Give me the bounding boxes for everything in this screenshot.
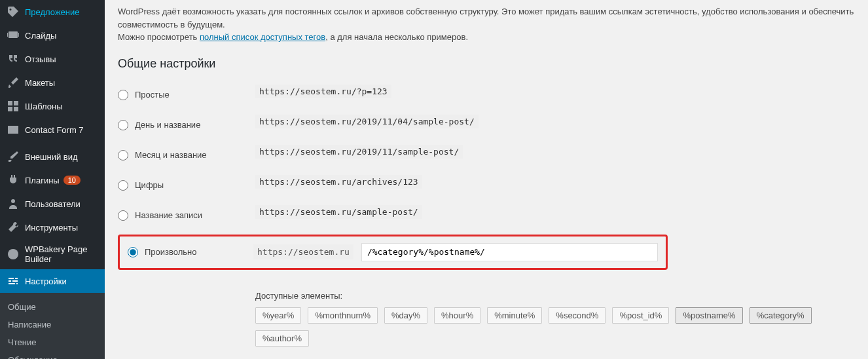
- available-tags-link[interactable]: полный список доступных тегов: [200, 32, 325, 42]
- submenu-reading[interactable]: Чтение: [0, 333, 105, 351]
- option-custom[interactable]: Произвольно: [128, 247, 245, 257]
- radio-dayname[interactable]: [118, 120, 128, 130]
- option-row-custom: Произвольно https://seostem.ru: [118, 231, 855, 279]
- svg-rect-3: [8, 101, 12, 105]
- option-custom-label: Произвольно: [145, 247, 197, 257]
- sidebar-item-label: Плагины: [25, 176, 60, 185]
- sidebar-item-contactform7[interactable]: Contact Form 7: [0, 118, 105, 142]
- tag-postname[interactable]: %postname%: [676, 307, 742, 324]
- tag-author[interactable]: %author%: [255, 330, 309, 347]
- svg-rect-5: [8, 107, 12, 111]
- available-label: Доступные элементы:: [255, 291, 848, 301]
- svg-rect-6: [14, 107, 18, 111]
- tag-postid[interactable]: %post_id%: [612, 307, 669, 324]
- sidebar-item-layouts[interactable]: Макеты: [0, 71, 105, 94]
- custom-row-highlight: Произвольно https://seostem.ru: [118, 235, 668, 270]
- svg-rect-1: [7, 33, 8, 37]
- available-tags-row: Доступные элементы: %year% %monthnum% %d…: [118, 279, 855, 353]
- settings-submenu: Общие Написание Чтение Обсуждение Медиаф…: [0, 293, 105, 359]
- intro-text: WordPress даёт возможность указать для п…: [118, 5, 855, 44]
- brush-icon: [7, 76, 20, 89]
- submenu-writing[interactable]: Написание: [0, 316, 105, 333]
- wpb-icon: [7, 248, 20, 261]
- example-simple: https://seostem.ru/?p=123: [255, 85, 391, 98]
- custom-structure-input[interactable]: [361, 243, 658, 261]
- intro-line2a: Можно просмотреть: [118, 32, 200, 42]
- sidebar-item-label: Отзывы: [25, 54, 56, 64]
- example-monthname: https://seostem.ru/2019/11/sample-post/: [255, 145, 463, 159]
- option-row-simple: Простые https://seostem.ru/?p=123: [118, 80, 855, 110]
- example-dayname: https://seostem.ru/2019/11/04/sample-pos…: [255, 115, 479, 128]
- intro-line2b: , а для начала несколько примеров.: [325, 32, 468, 42]
- sidebar-item-templates[interactable]: Шаблоны: [0, 94, 105, 118]
- svg-rect-2: [18, 33, 19, 37]
- plugin-icon: [7, 174, 20, 187]
- available-tags: %year% %monthnum% %day% %hour% %minute% …: [255, 307, 848, 347]
- option-dayname[interactable]: День и название: [118, 120, 242, 130]
- sidebar-item-label: WPBakery Page Builder: [25, 244, 99, 264]
- tag-minute[interactable]: %minute%: [487, 307, 542, 324]
- option-numeric[interactable]: Цифры: [118, 180, 242, 191]
- update-badge: 10: [63, 176, 81, 185]
- radio-custom[interactable]: [128, 247, 138, 257]
- svg-point-8: [8, 249, 18, 259]
- sliders-icon: [7, 274, 20, 288]
- radio-monthname[interactable]: [118, 150, 128, 161]
- sidebar-item-label: Настройки: [25, 276, 67, 286]
- option-row-numeric: Цифры https://seostem.ru/archives/123: [118, 170, 855, 200]
- option-dayname-label: День и название: [135, 120, 200, 130]
- tag-category[interactable]: %category%: [750, 307, 812, 324]
- sidebar-item-offer[interactable]: Предложение: [0, 0, 105, 24]
- sidebar-item-label: Пользователи: [25, 199, 81, 209]
- admin-sidebar: Предложение Слайды Отзывы Макеты Шаблоны…: [0, 0, 105, 359]
- option-simple[interactable]: Простые: [118, 90, 242, 100]
- option-row-postname: Название записи https://seostem.ru/sampl…: [118, 200, 855, 231]
- sidebar-item-label: Макеты: [25, 78, 55, 88]
- brush2-icon: [7, 150, 20, 163]
- option-postname-label: Название записи: [135, 210, 202, 220]
- example-numeric: https://seostem.ru/archives/123: [255, 175, 422, 189]
- slides-icon: [7, 29, 20, 42]
- tools-icon: [7, 221, 20, 234]
- svg-point-7: [11, 199, 15, 203]
- mail-icon: [7, 123, 20, 136]
- radio-postname[interactable]: [118, 210, 128, 221]
- sidebar-item-label: Слайды: [25, 31, 56, 41]
- sidebar-item-settings[interactable]: Настройки: [0, 269, 105, 293]
- sidebar-item-plugins[interactable]: Плагины 10: [0, 168, 105, 192]
- permalink-options-table: Простые https://seostem.ru/?p=123 День и…: [118, 80, 855, 353]
- option-monthname[interactable]: Месяц и название: [118, 150, 242, 161]
- option-row-monthname: Месяц и название https://seostem.ru/2019…: [118, 140, 855, 170]
- sidebar-item-tools[interactable]: Инструменты: [0, 216, 105, 239]
- submenu-discussion[interactable]: Обсуждение: [0, 351, 105, 359]
- tag-day[interactable]: %day%: [384, 307, 427, 324]
- sidebar-item-label: Предложение: [25, 7, 80, 17]
- tag-second[interactable]: %second%: [549, 307, 606, 324]
- svg-rect-0: [9, 31, 18, 38]
- sidebar-item-label: Инструменты: [25, 223, 78, 233]
- users-icon: [7, 197, 20, 210]
- sidebar-item-users[interactable]: Пользователи: [0, 192, 105, 216]
- option-monthname-label: Месяц и название: [135, 150, 207, 160]
- radio-numeric[interactable]: [118, 180, 128, 191]
- option-postname[interactable]: Название записи: [118, 210, 242, 221]
- intro-line1: WordPress даёт возможность указать для п…: [118, 7, 854, 29]
- sidebar-item-label: Внешний вид: [25, 152, 78, 162]
- sidebar-item-wpbakery[interactable]: WPBakery Page Builder: [0, 239, 105, 269]
- custom-prefix: https://seostem.ru: [253, 244, 353, 259]
- sidebar-item-label: Шаблоны: [25, 102, 63, 111]
- grid-icon: [7, 100, 20, 113]
- sidebar-item-label: Contact Form 7: [25, 125, 84, 135]
- sidebar-item-slides[interactable]: Слайды: [0, 24, 105, 47]
- option-simple-label: Простые: [135, 90, 170, 100]
- tag-monthnum[interactable]: %monthnum%: [308, 307, 378, 324]
- radio-simple[interactable]: [118, 90, 128, 100]
- common-settings-heading: Общие настройки: [118, 57, 855, 71]
- main-content: WordPress даёт возможность указать для п…: [105, 0, 868, 359]
- tag-hour[interactable]: %hour%: [434, 307, 480, 324]
- sidebar-item-appearance[interactable]: Внешний вид: [0, 145, 105, 168]
- sidebar-item-reviews[interactable]: Отзывы: [0, 47, 105, 71]
- tag-year[interactable]: %year%: [255, 307, 301, 324]
- submenu-general[interactable]: Общие: [0, 298, 105, 316]
- option-numeric-label: Цифры: [135, 180, 164, 190]
